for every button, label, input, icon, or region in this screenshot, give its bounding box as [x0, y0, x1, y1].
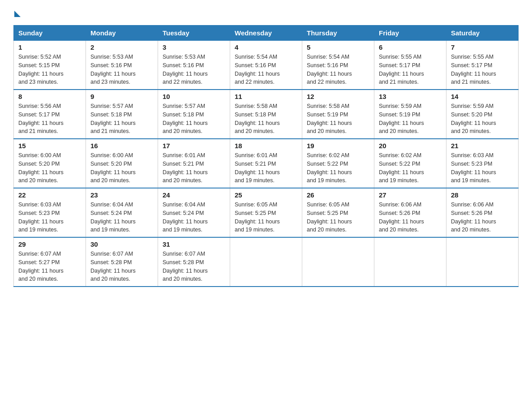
day-number: 5 [307, 43, 369, 51]
calendar-week-row: 8Sunrise: 5:56 AMSunset: 5:17 PMDaylight… [14, 90, 519, 139]
day-detail: Sunrise: 5:57 AMSunset: 5:18 PMDaylight:… [163, 102, 225, 136]
day-detail: Sunrise: 6:07 AMSunset: 5:27 PMDaylight:… [18, 250, 81, 283]
day-detail: Sunrise: 6:07 AMSunset: 5:28 PMDaylight:… [90, 250, 153, 283]
calendar-table: Sunday Monday Tuesday Wednesday Thursday… [13, 25, 519, 287]
day-detail: Sunrise: 6:03 AMSunset: 5:23 PMDaylight:… [451, 151, 514, 185]
day-number: 22 [18, 191, 81, 199]
day-detail: Sunrise: 6:02 AMSunset: 5:22 PMDaylight:… [379, 151, 442, 185]
day-detail: Sunrise: 6:05 AMSunset: 5:25 PMDaylight:… [235, 201, 297, 234]
table-row: 1Sunrise: 5:52 AMSunset: 5:15 PMDaylight… [14, 41, 86, 90]
day-detail: Sunrise: 6:07 AMSunset: 5:28 PMDaylight:… [163, 250, 225, 283]
table-row: 10Sunrise: 5:57 AMSunset: 5:18 PMDayligh… [158, 90, 230, 139]
day-detail: Sunrise: 5:59 AMSunset: 5:20 PMDaylight:… [451, 102, 514, 136]
table-row: 26Sunrise: 6:05 AMSunset: 5:25 PMDayligh… [302, 188, 374, 237]
day-detail: Sunrise: 6:04 AMSunset: 5:24 PMDaylight:… [163, 201, 225, 234]
calendar-header-row: Sunday Monday Tuesday Wednesday Thursday… [14, 26, 519, 41]
table-row: 5Sunrise: 5:54 AMSunset: 5:16 PMDaylight… [302, 41, 374, 90]
table-row: 24Sunrise: 6:04 AMSunset: 5:24 PMDayligh… [158, 188, 230, 237]
day-number: 8 [18, 93, 81, 100]
day-number: 1 [18, 43, 81, 51]
table-row [446, 237, 519, 287]
table-row: 3Sunrise: 5:53 AMSunset: 5:16 PMDaylight… [158, 41, 230, 90]
table-row: 25Sunrise: 6:05 AMSunset: 5:25 PMDayligh… [230, 188, 302, 237]
table-row: 30Sunrise: 6:07 AMSunset: 5:28 PMDayligh… [86, 237, 158, 287]
day-detail: Sunrise: 6:01 AMSunset: 5:21 PMDaylight:… [163, 151, 225, 185]
table-row: 11Sunrise: 5:58 AMSunset: 5:18 PMDayligh… [230, 90, 302, 139]
day-detail: Sunrise: 6:00 AMSunset: 5:20 PMDaylight:… [90, 151, 153, 185]
day-detail: Sunrise: 5:53 AMSunset: 5:16 PMDaylight:… [90, 53, 153, 86]
day-detail: Sunrise: 5:54 AMSunset: 5:16 PMDaylight:… [307, 53, 369, 86]
day-number: 4 [235, 43, 297, 51]
day-detail: Sunrise: 5:57 AMSunset: 5:18 PMDaylight:… [90, 102, 153, 136]
table-row [230, 237, 302, 287]
table-row: 31Sunrise: 6:07 AMSunset: 5:28 PMDayligh… [158, 237, 230, 287]
day-number: 3 [163, 43, 225, 51]
calendar-week-row: 29Sunrise: 6:07 AMSunset: 5:27 PMDayligh… [14, 237, 519, 287]
table-row: 29Sunrise: 6:07 AMSunset: 5:27 PMDayligh… [14, 237, 86, 287]
table-row: 4Sunrise: 5:54 AMSunset: 5:16 PMDaylight… [230, 41, 302, 90]
table-row: 13Sunrise: 5:59 AMSunset: 5:19 PMDayligh… [374, 90, 446, 139]
table-row: 20Sunrise: 6:02 AMSunset: 5:22 PMDayligh… [374, 139, 446, 188]
calendar-week-row: 22Sunrise: 6:03 AMSunset: 5:23 PMDayligh… [14, 188, 519, 237]
table-row: 7Sunrise: 5:55 AMSunset: 5:17 PMDaylight… [446, 41, 519, 90]
day-number: 27 [379, 191, 442, 199]
day-detail: Sunrise: 5:58 AMSunset: 5:19 PMDaylight:… [307, 102, 369, 136]
table-row: 19Sunrise: 6:02 AMSunset: 5:22 PMDayligh… [302, 139, 374, 188]
col-thursday: Thursday [302, 26, 374, 41]
day-detail: Sunrise: 6:01 AMSunset: 5:21 PMDaylight:… [235, 151, 297, 185]
table-row [374, 237, 446, 287]
day-number: 7 [451, 43, 514, 51]
table-row: 14Sunrise: 5:59 AMSunset: 5:20 PMDayligh… [446, 90, 519, 139]
day-detail: Sunrise: 6:06 AMSunset: 5:26 PMDaylight:… [451, 201, 514, 234]
day-number: 13 [379, 93, 442, 100]
table-row: 15Sunrise: 6:00 AMSunset: 5:20 PMDayligh… [14, 139, 86, 188]
table-row [302, 237, 374, 287]
table-row: 27Sunrise: 6:06 AMSunset: 5:26 PMDayligh… [374, 188, 446, 237]
day-number: 11 [235, 93, 297, 100]
day-detail: Sunrise: 6:06 AMSunset: 5:26 PMDaylight:… [379, 201, 442, 234]
day-number: 10 [163, 93, 225, 100]
col-tuesday: Tuesday [158, 26, 230, 41]
table-row: 12Sunrise: 5:58 AMSunset: 5:19 PMDayligh… [302, 90, 374, 139]
table-row: 21Sunrise: 6:03 AMSunset: 5:23 PMDayligh… [446, 139, 519, 188]
table-row: 28Sunrise: 6:06 AMSunset: 5:26 PMDayligh… [446, 188, 519, 237]
table-row: 9Sunrise: 5:57 AMSunset: 5:18 PMDaylight… [86, 90, 158, 139]
day-number: 14 [451, 93, 514, 100]
day-number: 12 [307, 93, 369, 100]
col-wednesday: Wednesday [230, 26, 302, 41]
day-number: 19 [307, 142, 369, 150]
day-number: 25 [235, 191, 297, 199]
day-number: 17 [163, 142, 225, 150]
day-number: 23 [90, 191, 153, 199]
day-number: 6 [379, 43, 442, 51]
day-number: 28 [451, 191, 514, 199]
day-detail: Sunrise: 6:02 AMSunset: 5:22 PMDaylight:… [307, 151, 369, 185]
col-monday: Monday [86, 26, 158, 41]
day-number: 24 [163, 191, 225, 199]
table-row: 16Sunrise: 6:00 AMSunset: 5:20 PMDayligh… [86, 139, 158, 188]
day-detail: Sunrise: 5:52 AMSunset: 5:15 PMDaylight:… [18, 53, 81, 86]
day-detail: Sunrise: 5:53 AMSunset: 5:16 PMDaylight:… [163, 53, 225, 86]
day-detail: Sunrise: 5:58 AMSunset: 5:18 PMDaylight:… [235, 102, 297, 136]
day-number: 2 [90, 43, 153, 51]
table-row: 2Sunrise: 5:53 AMSunset: 5:16 PMDaylight… [86, 41, 158, 90]
day-number: 9 [90, 93, 153, 100]
day-detail: Sunrise: 5:55 AMSunset: 5:17 PMDaylight:… [451, 53, 514, 86]
calendar-week-row: 15Sunrise: 6:00 AMSunset: 5:20 PMDayligh… [14, 139, 519, 188]
day-detail: Sunrise: 5:59 AMSunset: 5:19 PMDaylight:… [379, 102, 442, 136]
logo-triangle-icon [14, 11, 21, 17]
day-number: 18 [235, 142, 297, 150]
calendar-week-row: 1Sunrise: 5:52 AMSunset: 5:15 PMDaylight… [14, 41, 519, 90]
day-detail: Sunrise: 6:03 AMSunset: 5:23 PMDaylight:… [18, 201, 81, 234]
day-detail: Sunrise: 5:54 AMSunset: 5:16 PMDaylight:… [235, 53, 297, 86]
day-number: 20 [379, 142, 442, 150]
day-detail: Sunrise: 6:00 AMSunset: 5:20 PMDaylight:… [18, 151, 81, 185]
table-row: 23Sunrise: 6:04 AMSunset: 5:24 PMDayligh… [86, 188, 158, 237]
day-detail: Sunrise: 6:04 AMSunset: 5:24 PMDaylight:… [90, 201, 153, 234]
table-row: 8Sunrise: 5:56 AMSunset: 5:17 PMDaylight… [14, 90, 86, 139]
day-number: 21 [451, 142, 514, 150]
table-row: 22Sunrise: 6:03 AMSunset: 5:23 PMDayligh… [14, 188, 86, 237]
day-number: 31 [163, 240, 225, 248]
table-row: 6Sunrise: 5:55 AMSunset: 5:17 PMDaylight… [374, 41, 446, 90]
day-detail: Sunrise: 5:56 AMSunset: 5:17 PMDaylight:… [18, 102, 81, 136]
